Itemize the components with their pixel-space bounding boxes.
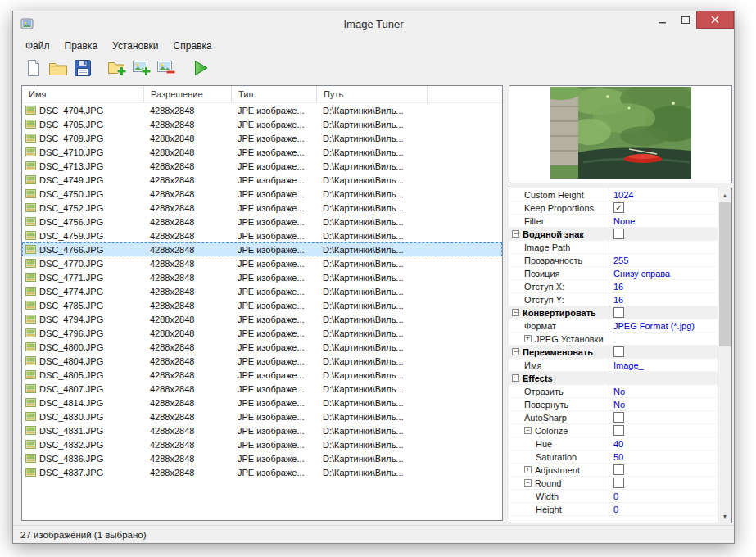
table-row[interactable]: DSC_4766.JPG4288x2848JPE изображе...D:\К…: [22, 242, 502, 256]
property-row[interactable]: Прозрачность255: [509, 254, 718, 267]
property-value[interactable]: JPEG Format (*.jpg): [613, 321, 695, 331]
scrollbar[interactable]: ▲ ▼: [718, 188, 731, 523]
property-row[interactable]: AutoSharp: [509, 411, 718, 424]
column-header-path[interactable]: Путь: [317, 86, 428, 102]
run-button[interactable]: [188, 58, 213, 81]
property-value[interactable]: 50: [613, 452, 623, 462]
property-value[interactable]: 1024: [613, 190, 633, 200]
table-row[interactable]: DSC_4752.JPG4288x2848JPE изображе...D:\К…: [22, 201, 502, 215]
checkbox[interactable]: [613, 346, 624, 357]
table-row[interactable]: DSC_4804.JPG4288x2848JPE изображе...D:\К…: [22, 354, 502, 368]
property-row[interactable]: −Round: [509, 477, 718, 490]
property-value[interactable]: Снизу справа: [613, 269, 670, 278]
property-value[interactable]: Image_: [613, 360, 644, 370]
property-row[interactable]: Отступ X:16: [509, 280, 718, 293]
property-section-row[interactable]: −Переименовать: [509, 346, 718, 359]
add-folder-button[interactable]: [105, 58, 129, 81]
table-row[interactable]: DSC_4805.JPG4288x2848JPE изображе...D:\К…: [22, 368, 502, 382]
checkbox[interactable]: [613, 412, 624, 423]
scroll-thumb[interactable]: [719, 202, 731, 346]
property-row[interactable]: Custom Height1024: [509, 188, 718, 202]
table-row[interactable]: DSC_4713.JPG4288x2848JPE изображе...D:\К…: [22, 159, 502, 173]
expander-minus-icon[interactable]: −: [524, 479, 532, 487]
table-row[interactable]: DSC_4807.JPG4288x2848JPE изображе...D:\К…: [22, 382, 502, 396]
table-row[interactable]: DSC_4770.JPG4288x2848JPE изображе...D:\К…: [22, 256, 502, 270]
property-row[interactable]: Saturation50: [509, 451, 718, 464]
property-value[interactable]: No: [613, 400, 625, 410]
property-section-row[interactable]: −Effects: [509, 372, 718, 385]
new-list-button[interactable]: [21, 58, 46, 81]
property-row[interactable]: Image Path: [509, 241, 718, 254]
expander-plus-icon[interactable]: +: [524, 335, 532, 342]
property-row[interactable]: ФорматJPEG Format (*.jpg): [509, 319, 718, 333]
menu-item-file[interactable]: Файл: [18, 38, 57, 54]
property-row[interactable]: ПовернутьNo: [509, 398, 718, 411]
checkbox[interactable]: ✓: [613, 202, 624, 213]
property-row[interactable]: Width0: [509, 490, 718, 503]
column-header-name[interactable]: Имя: [22, 86, 144, 102]
maximize-button[interactable]: [674, 11, 696, 29]
table-row[interactable]: DSC_4836.JPG4288x2848JPE изображе...D:\К…: [22, 451, 502, 465]
expander-minus-icon[interactable]: −: [512, 230, 519, 238]
property-row[interactable]: Отступ Y:16: [509, 293, 718, 306]
menu-item-help[interactable]: Справка: [166, 38, 220, 54]
table-row[interactable]: DSC_4800.JPG4288x2848JPE изображе...D:\К…: [22, 340, 502, 354]
table-row[interactable]: DSC_4750.JPG4288x2848JPE изображе...D:\К…: [22, 187, 502, 201]
add-images-button[interactable]: [129, 58, 154, 81]
table-row[interactable]: DSC_4832.JPG4288x2848JPE изображе...D:\К…: [22, 437, 502, 451]
expander-minus-icon[interactable]: −: [512, 348, 519, 355]
property-value[interactable]: 0: [613, 491, 618, 501]
save-button[interactable]: [70, 58, 95, 81]
table-row[interactable]: DSC_4759.JPG4288x2848JPE изображе...D:\К…: [22, 229, 502, 242]
table-row[interactable]: DSC_4814.JPG4288x2848JPE изображе...D:\К…: [22, 396, 502, 410]
property-value[interactable]: None: [613, 216, 635, 226]
menu-item-settings[interactable]: Установки: [105, 38, 165, 54]
table-row[interactable]: DSC_4774.JPG4288x2848JPE изображе...D:\К…: [22, 284, 502, 298]
property-row[interactable]: FilterNone: [509, 215, 718, 228]
scroll-down-icon[interactable]: ▼: [718, 509, 731, 523]
expander-minus-icon[interactable]: −: [512, 374, 519, 382]
title-bar[interactable]: Image Tuner: [13, 11, 734, 36]
table-row[interactable]: DSC_4796.JPG4288x2848JPE изображе...D:\К…: [22, 326, 502, 340]
expander-minus-icon[interactable]: −: [524, 427, 532, 434]
table-row[interactable]: DSC_4704.JPG4288x2848JPE изображе...D:\К…: [22, 103, 502, 117]
checkbox[interactable]: [613, 464, 624, 475]
close-button[interactable]: [696, 11, 734, 29]
table-row[interactable]: DSC_4771.JPG4288x2848JPE изображе...D:\К…: [22, 270, 502, 284]
checkbox[interactable]: [613, 229, 624, 239]
property-row[interactable]: Hue40: [509, 437, 718, 451]
property-value[interactable]: 255: [613, 256, 628, 265]
table-row[interactable]: DSC_4830.JPG4288x2848JPE изображе...D:\К…: [22, 410, 502, 423]
table-row[interactable]: DSC_4837.JPG4288x2848JPE изображе...D:\К…: [22, 465, 502, 479]
open-button[interactable]: [46, 58, 70, 81]
table-row[interactable]: DSC_4794.JPG4288x2848JPE изображе...D:\К…: [22, 312, 502, 326]
table-row[interactable]: DSC_4785.JPG4288x2848JPE изображе...D:\К…: [22, 298, 502, 312]
property-row[interactable]: ИмяImage_: [509, 359, 718, 372]
property-section-row[interactable]: −Водяной знак: [509, 228, 718, 241]
property-row[interactable]: +Adjustment: [509, 464, 718, 477]
table-row[interactable]: DSC_4710.JPG4288x2848JPE изображе...D:\К…: [22, 145, 502, 159]
property-row[interactable]: ОтразитьNo: [509, 385, 718, 398]
property-value[interactable]: No: [613, 387, 625, 396]
minimize-button[interactable]: [651, 11, 674, 29]
column-header-resolution[interactable]: Разрешение: [144, 86, 232, 102]
property-value[interactable]: 16: [613, 282, 623, 292]
property-row[interactable]: Keep Proportions✓: [509, 202, 718, 215]
expander-minus-icon[interactable]: −: [512, 309, 519, 316]
remove-images-button[interactable]: [154, 58, 179, 81]
property-value[interactable]: 0: [613, 505, 618, 514]
property-row[interactable]: −Colorize: [509, 424, 718, 437]
checkbox[interactable]: [613, 478, 624, 488]
table-row[interactable]: DSC_4756.JPG4288x2848JPE изображе...D:\К…: [22, 215, 502, 229]
property-row[interactable]: +JPEG Установки: [509, 333, 718, 346]
scroll-up-icon[interactable]: ▲: [718, 188, 731, 202]
property-value[interactable]: 16: [613, 295, 623, 305]
table-row[interactable]: DSC_4749.JPG4288x2848JPE изображе...D:\К…: [22, 173, 502, 187]
property-section-row[interactable]: −Конвертировать: [509, 306, 718, 319]
table-row[interactable]: DSC_4709.JPG4288x2848JPE изображе...D:\К…: [22, 131, 502, 145]
table-row[interactable]: DSC_4831.JPG4288x2848JPE изображе...D:\К…: [22, 423, 502, 437]
checkbox[interactable]: [613, 425, 624, 436]
menu-item-edit[interactable]: Правка: [57, 38, 106, 54]
table-row[interactable]: DSC_4705.JPG4288x2848JPE изображе...D:\К…: [22, 117, 502, 131]
property-row[interactable]: Height0: [509, 503, 718, 516]
